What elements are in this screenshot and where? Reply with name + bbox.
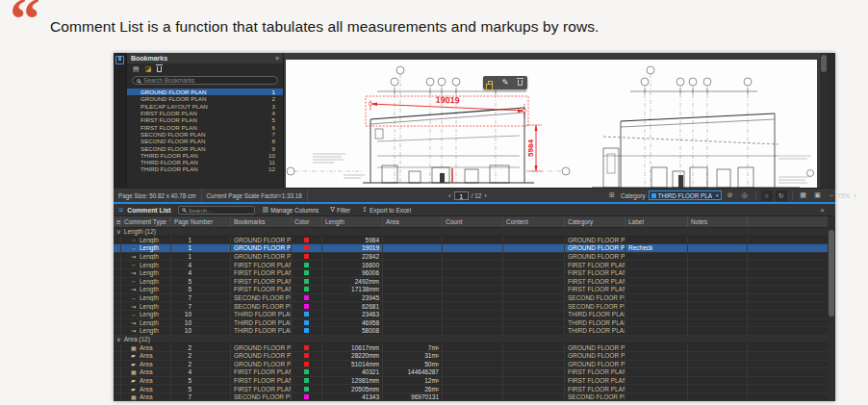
content-cell	[503, 385, 565, 392]
collapse-chevron-icon[interactable]: ∨	[116, 336, 121, 343]
export-bookmark-icon[interactable]: ◪	[145, 65, 152, 73]
bookmark-item[interactable]: THIRD FLOOR PLAN11	[127, 159, 283, 165]
drawing-scrollbar[interactable]	[820, 53, 828, 188]
comment-row[interactable]: ▰Area5FIRST FLOOR PLAN20505mm26m²FIRST F…	[114, 385, 835, 393]
comment-row[interactable]: ↔Length10THIRD FLOOR PLAN23463THIRD FLOO…	[114, 311, 835, 319]
label-cell	[625, 352, 688, 360]
bookmark-item[interactable]: SECOND FLOOR PLAN9	[127, 144, 283, 151]
bookmark-item[interactable]: FIRST FLOOR PLAN4	[127, 110, 283, 116]
bookmark-item[interactable]: FIRST FLOOR PLAN6	[127, 123, 283, 130]
page-number-cell: 5	[171, 286, 231, 293]
next-page-icon[interactable]: ›	[484, 191, 487, 200]
single-view-icon[interactable]: ▣	[812, 191, 824, 199]
bookmark-search-input[interactable]	[143, 77, 259, 84]
comment-row[interactable]: ↝Length5FIRST FLOOR PLAN17138mmFIRST FLO…	[114, 286, 835, 294]
drawing-canvas[interactable]: 19019 5984	[286, 60, 817, 188]
comment-row[interactable]: ▰Area2GROUND FLOOR PLAN28220mm31m²GROUND…	[114, 352, 835, 361]
comment-row[interactable]: ▰Area5FIRST FLOOR PLAN12981mm12m²FIRST F…	[114, 377, 835, 386]
color-swatch	[304, 254, 309, 259]
bookmark-item[interactable]: THIRD FLOOR PLAN10	[127, 152, 283, 159]
comment-row[interactable]: ↔Length1GROUND FLOOR PLAN19019GROUND FLO…	[114, 244, 835, 253]
bookmark-item[interactable]: PILECAP LAYOUT PLAN3	[127, 103, 283, 110]
bookmark-item[interactable]: SECOND FLOOR PLAN7	[127, 131, 283, 138]
table-scrollbar-thumb[interactable]	[829, 230, 834, 316]
drawing-scrollbar-thumb[interactable]	[821, 55, 827, 72]
column-header-page-number[interactable]: Page Number	[171, 216, 231, 227]
column-header-label[interactable]: Label	[625, 216, 688, 227]
column-header-count[interactable]: Count	[443, 216, 503, 227]
column-header-length[interactable]: Length	[322, 216, 383, 227]
eye-icon[interactable]: ◎	[739, 191, 751, 199]
bookmark-item[interactable]: GROUND FLOOR PLAN1	[127, 89, 283, 95]
dim-horizontal-value[interactable]: 19019	[435, 94, 459, 105]
delete-markup-icon[interactable]	[518, 80, 523, 86]
area-cell	[383, 286, 443, 293]
quote-text: Comment List is a function that tabulate…	[50, 18, 599, 36]
bookmark-item[interactable]: THIRD FLOOR PLAN12	[127, 165, 283, 172]
export-to-excel-button[interactable]: ↥ Export to Excel	[358, 206, 415, 214]
prev-page-icon[interactable]: ‹	[448, 191, 451, 200]
column-header-content[interactable]: Content	[503, 216, 565, 227]
column-header-comment-type[interactable]: Comment Type⌃	[121, 216, 171, 227]
comment-row[interactable]: ↝Length4FIRST FLOOR PLAN96006FIRST FLOOR…	[114, 269, 835, 278]
notes-cell	[688, 327, 748, 335]
bookmark-item[interactable]: SECOND FLOOR PLAN8	[127, 138, 283, 144]
column-header-color[interactable]: Color	[292, 216, 322, 227]
category-dropdown[interactable]: THIRD FLOOR PLA ▾	[649, 190, 722, 200]
comment-row[interactable]: ↔Length4FIRST FLOOR PLAN16600FIRST FLOOR…	[114, 261, 835, 269]
column-header-area[interactable]: Area	[383, 216, 443, 227]
category-cell: FIRST FLOOR PLAN	[565, 368, 625, 376]
dim-vertical-value[interactable]: 5984	[526, 139, 535, 157]
filler-cell	[748, 393, 835, 401]
column-header-category[interactable]: Category	[565, 216, 625, 227]
comment-row[interactable]: ↔Length5FIRST FLOOR PLAN2492mmFIRST FLOO…	[114, 278, 835, 287]
zoom-in-icon[interactable]: +	[854, 192, 857, 199]
table-scrollbar[interactable]	[828, 216, 835, 401]
bookmark-search-box[interactable]	[132, 76, 278, 85]
comment-row[interactable]: ↝Length10THIRD FLOOR PLAN46958THIRD FLOO…	[114, 319, 835, 328]
pin-icon[interactable]: ⊘	[725, 191, 736, 199]
comment-row[interactable]: ↝Length1GROUND FLOOR PLAN22842GROUND FLO…	[114, 253, 835, 262]
circle-select-icon[interactable]: ○	[761, 190, 773, 201]
comment-row[interactable]: ↔Length1GROUND FLOOR PLAN5984GROUND FLOO…	[114, 237, 835, 245]
comment-row[interactable]: ▰Area2GROUND FLOOR PLAN51014mm50m²GROUND…	[114, 361, 835, 369]
comment-row[interactable]: ↔Length7SECOND FLOOR PLAN23945SECOND FLO…	[114, 294, 835, 303]
grid-view-icon[interactable]: ▦	[798, 191, 809, 199]
manage-columns-button[interactable]: ▥ Manage Columns	[259, 206, 323, 214]
length-straight-icon: ↔	[131, 278, 140, 284]
count-cell	[443, 319, 503, 327]
bookmark-item[interactable]: GROUND FLOOR PLAN2	[127, 95, 283, 102]
bookmarks-close-icon[interactable]: ×	[275, 55, 279, 62]
comment-row[interactable]: ▦Area4FIRST FLOOR PLAN40321144646287FIRS…	[114, 368, 835, 377]
zoom-out-icon[interactable]: −	[830, 192, 834, 199]
column-header-notes[interactable]: Notes	[688, 216, 748, 227]
delete-bookmark-icon[interactable]	[157, 66, 162, 72]
bookmark-panel-icon[interactable]	[115, 56, 124, 64]
bookmark-item[interactable]: FIRST FLOOR PLAN5	[127, 116, 283, 123]
save-bookmark-icon[interactable]: ▤	[133, 65, 140, 73]
menu-icon[interactable]: ≡	[118, 206, 123, 215]
comment-search-input[interactable]	[189, 207, 252, 214]
group-header-row[interactable]: ∨Length (12)	[114, 228, 835, 237]
row-select-cell	[114, 327, 121, 335]
comment-row[interactable]: ↝Length10THIRD FLOOR PLAN58008THIRD FLOO…	[114, 327, 835, 336]
group-header-row[interactable]: ∨Area (12)	[114, 336, 835, 344]
comment-row[interactable]: ↝Length7SECOND FLOOR PLAN62681SECOND FLO…	[114, 302, 835, 311]
comment-type-cell: ▦Area	[121, 393, 171, 401]
edit-pencil-icon[interactable]: ✎	[502, 79, 509, 87]
bookmark-page-number: 3	[272, 103, 275, 110]
collapse-chevron-icon[interactable]: ∨	[116, 228, 121, 236]
close-comment-list-icon[interactable]: ×	[820, 206, 830, 215]
duplicate-icon[interactable]	[488, 81, 493, 86]
select-all-checkbox[interactable]: ⊟	[114, 216, 121, 227]
comment-row[interactable]: ▦Area7SECOND FLOOR PLAN4134396970131SECO…	[114, 393, 835, 401]
bookmarks-cell: FIRST FLOOR PLAN	[231, 368, 292, 376]
refresh-icon[interactable]: ↻	[776, 190, 787, 201]
column-header-bookmarks[interactable]: Bookmarks	[231, 216, 292, 227]
bookmark-label: FIRST FLOOR PLAN	[140, 116, 197, 123]
filter-button[interactable]: ∇ Filter	[326, 206, 354, 214]
comment-search-box[interactable]	[178, 206, 255, 215]
comment-row[interactable]: ▦Area2GROUND FLOOR PLAN10617mm7m²GROUND …	[114, 343, 835, 352]
bookmarks-cell: FIRST FLOOR PLAN	[231, 278, 292, 286]
current-page-input[interactable]: 1	[454, 191, 469, 200]
